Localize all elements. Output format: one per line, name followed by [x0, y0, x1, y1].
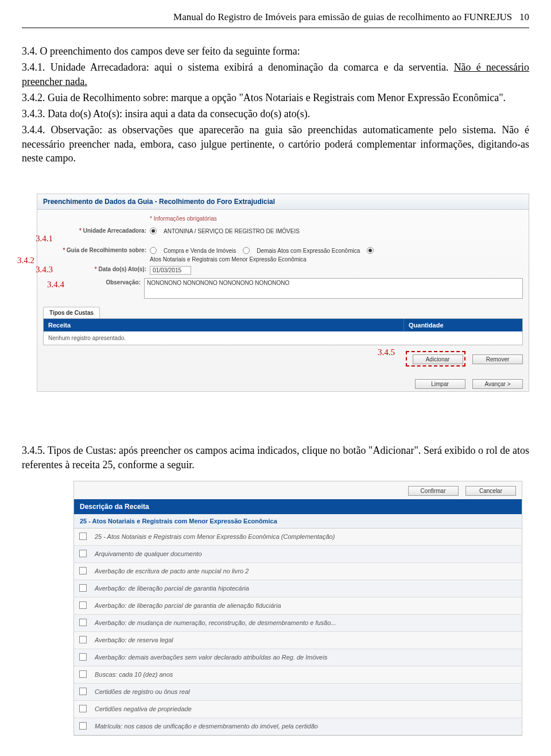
radio-opt1[interactable] [150, 247, 157, 254]
receita-row: Buscas: cada 10 (dez) anos [74, 666, 522, 684]
receita-row: Certidões negativa de propriedade [74, 701, 522, 718]
receita-header: Descrição da Receita [74, 499, 522, 514]
adicionar-highlight: Adicionar [406, 351, 465, 367]
cancelar-button[interactable]: Cancelar [465, 486, 516, 496]
receita-checkbox[interactable] [79, 584, 87, 592]
receita-checkbox-cell [74, 580, 91, 597]
receita-checkbox[interactable] [79, 567, 87, 574]
receita-desc: Averbação: de liberação parcial de garan… [91, 581, 522, 596]
receita-row: Averbação: de liberação parcial de garan… [74, 597, 522, 615]
receita-checkbox[interactable] [79, 619, 87, 626]
remover-button[interactable]: Remover [472, 354, 523, 364]
receita-row: Matrícula: nos casos de unificação e des… [74, 718, 522, 735]
para-3-4-5: 3.4.5. Tipos de Custas: após preencher o… [22, 443, 529, 472]
receita-checkbox-cell [74, 718, 91, 735]
receita-checkbox[interactable] [79, 722, 87, 730]
label-unidade: Unidade Arrecadadora: [83, 227, 146, 234]
receita-subheader: 25 - Atos Notariais e Registrais com Men… [74, 514, 522, 529]
receita-checkbox-cell [74, 666, 91, 683]
callout-3-4-5: 3.4.5 [378, 348, 395, 357]
receita-desc: Averbação: de liberação parcial de garan… [91, 598, 522, 613]
running-header: Manual do Registro de Imóveis para emiss… [22, 11, 529, 23]
row-data-ato: * Data do(s) Ato(s): [43, 266, 523, 275]
para-3-4-5-wrap: 3.4.5. Tipos de Custas: após preencher o… [22, 443, 529, 472]
receita-list: 25 - Atos Notariais e Registrais com Men… [74, 529, 522, 735]
receita-checkbox-cell [74, 563, 91, 580]
receita-row: Certidões de registro ou ônus real [74, 684, 522, 701]
para-3-4: 3.4. O preenchimento dos campos deve ser… [22, 44, 529, 58]
limpar-button[interactable]: Limpar [415, 379, 465, 389]
form-action-buttons: Limpar Avançar > [43, 378, 523, 389]
row-observacao: Observação: [43, 278, 523, 299]
radio-opt3[interactable] [367, 247, 374, 254]
callout-3-4-4: 3.4.4 [47, 280, 64, 290]
tab-tipos-custas[interactable]: Tipos de Custas [43, 307, 100, 318]
grid-empty-msg: Nenhum registro apresentado. [44, 331, 522, 345]
receita-desc: Averbação: de reserva legal [91, 632, 522, 647]
receita-row: Averbação: de reserva legal [74, 632, 522, 649]
para-3-4-2: 3.4.2. Guia de Recolhimento sobre: marqu… [22, 91, 529, 105]
receita-row: Averbação: de liberação parcial de garan… [74, 580, 522, 597]
receita-desc: Certidões de registro ou ônus real [91, 684, 522, 699]
grid-buttons: Adicionar Remover [43, 351, 523, 367]
receita-row: Averbação de escritura de pacto ante nup… [74, 563, 522, 580]
tab-strip: Tipos de Custas Receita Quantidade Nenhu… [43, 307, 523, 367]
panel-title: Preenchimento de Dados da Guia - Recolhi… [37, 194, 529, 210]
receita-checkbox[interactable] [79, 705, 87, 712]
receita-checkbox-cell [74, 529, 91, 545]
callout-3-4-3: 3.4.3 [36, 265, 53, 275]
receita-desc: 25 - Atos Notariais e Registrais com Men… [91, 529, 522, 544]
label-data-ato: Data do(s) Ato(s): [98, 266, 146, 272]
receita-checkbox-cell [74, 597, 91, 614]
required-note: * Informações obrigatórias [150, 215, 523, 222]
receita-checkbox[interactable] [79, 636, 87, 643]
label-observacao: Observação: [106, 279, 141, 286]
para-3-4-3: 3.4.3. Data do(s) Ato(s): insira aqui a … [22, 107, 529, 121]
form-screenshot-1: 3.4.1 3.4.2 3.4.3 3.4.4 3.4.5 Preenchime… [22, 194, 529, 392]
avancar-button[interactable]: Avançar > [472, 379, 523, 389]
receita-row: Arquivamento de qualquer documento [74, 546, 522, 563]
receita-checkbox-cell [74, 684, 91, 700]
adicionar-button[interactable]: Adicionar [413, 354, 463, 364]
receita-desc: Averbação: de mudança de numeração, reco… [91, 615, 522, 630]
opt2-label: Demais Atos com Expressão Econômica [257, 248, 360, 254]
para-3-4-1: 3.4.1. Unidade Arrecadadora: aqui o sist… [22, 60, 529, 88]
observacao-textarea[interactable] [144, 278, 523, 299]
radio-unidade[interactable] [150, 227, 157, 234]
radio-opt2[interactable] [243, 247, 250, 254]
para-3-4-4: 3.4.4. Observação: as observações que ap… [22, 123, 529, 165]
receita-checkbox[interactable] [79, 688, 87, 695]
receita-checkbox-cell [74, 632, 91, 649]
receita-row: Averbação: demais averbações sem valor d… [74, 649, 522, 666]
receita-row: 25 - Atos Notariais e Registrais com Men… [74, 529, 522, 546]
opt1-label: Compra e Venda de Imóveis [164, 248, 236, 254]
col-quantidade: Quantidade [404, 319, 522, 331]
receita-checkbox[interactable] [79, 550, 87, 557]
header-title: Manual do Registro de Imóveis para emiss… [173, 11, 512, 22]
callout-3-4-2: 3.4.2 [17, 256, 34, 265]
receita-checkbox-cell [74, 701, 91, 718]
unidade-value: ANTONINA / SERVIÇO DE REGISTRO DE IMÓVEI… [164, 228, 300, 234]
receita-checkbox[interactable] [79, 670, 87, 678]
receita-desc: Arquivamento de qualquer documento [91, 546, 522, 561]
opt3-label: Atos Notariais e Registrais com Menor Ex… [150, 256, 306, 263]
page-number: 10 [519, 11, 529, 22]
receita-checkbox[interactable] [79, 653, 87, 661]
receita-checkbox-cell [74, 546, 91, 562]
receita-checkbox[interactable] [79, 601, 87, 609]
callout-3-4-1: 3.4.1 [36, 234, 53, 244]
row-unidade: * Unidade Arrecadadora: ANTONINA / SERVI… [43, 227, 523, 234]
confirmar-button[interactable]: Confirmar [408, 486, 459, 496]
receita-checkbox[interactable] [79, 533, 87, 540]
data-ato-input[interactable] [150, 266, 191, 275]
receita-desc: Matrícula: nos casos de unificação e des… [91, 719, 522, 734]
row-guia-sobre: * Guia de Recolhimento sobre: Compra e V… [43, 247, 523, 263]
receita-top-buttons: Confirmar Cancelar [74, 481, 522, 499]
col-receita: Receita [44, 319, 404, 331]
document-body: 3.4. O preenchimento dos campos deve ser… [22, 44, 529, 165]
receita-row: Averbação: de mudança de numeração, reco… [74, 615, 522, 632]
receita-desc: Averbação de escritura de pacto ante nup… [91, 564, 522, 578]
receita-screenshot: Confirmar Cancelar Descrição da Receita … [73, 481, 522, 736]
grid-header: Receita Quantidade [44, 319, 522, 331]
header-rule [22, 28, 529, 28]
